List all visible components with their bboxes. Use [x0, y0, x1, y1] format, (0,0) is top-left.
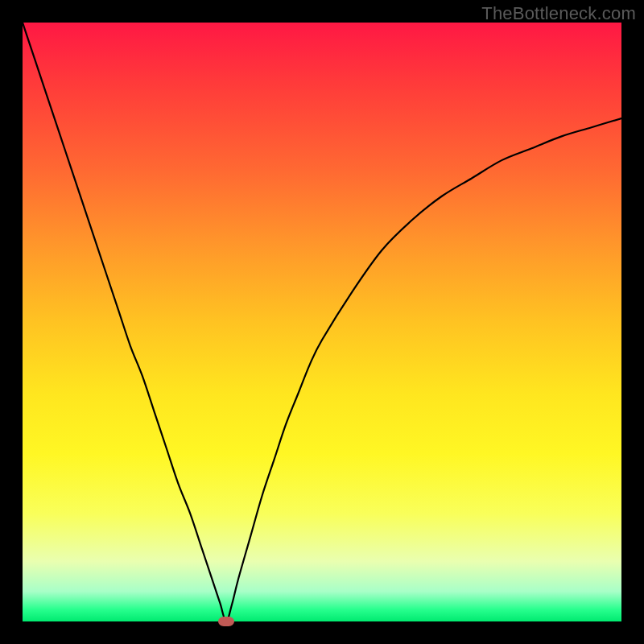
optimal-point-marker	[218, 617, 234, 626]
chart-plot-area	[23, 23, 621, 621]
curve-path	[23, 23, 621, 621]
attribution-text: TheBottleneck.com	[481, 3, 636, 24]
bottleneck-curve	[23, 23, 621, 621]
chart-frame: TheBottleneck.com	[0, 0, 644, 644]
